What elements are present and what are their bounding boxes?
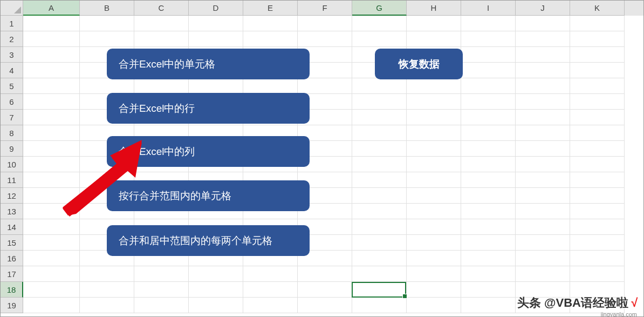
- cell-H12[interactable]: [407, 188, 461, 204]
- cell-A16[interactable]: [23, 251, 80, 266]
- cell-I11[interactable]: [461, 172, 516, 188]
- cell-G13[interactable]: [352, 204, 407, 219]
- cell-D5[interactable]: [189, 78, 243, 94]
- cell-I1[interactable]: [461, 16, 516, 31]
- row-header-7[interactable]: 7: [1, 110, 23, 125]
- cell-J6[interactable]: [516, 94, 570, 110]
- cell-A5[interactable]: [23, 78, 80, 94]
- cell-A15[interactable]: [23, 235, 80, 251]
- cell-B1[interactable]: [80, 16, 134, 31]
- cell-K12[interactable]: [570, 188, 625, 204]
- cell-E18[interactable]: [243, 282, 298, 298]
- cell-I8[interactable]: [461, 125, 516, 141]
- cell-J13[interactable]: [516, 204, 570, 219]
- cell-K2[interactable]: [570, 31, 625, 47]
- cell-E5[interactable]: [243, 78, 298, 94]
- cell-G5[interactable]: [352, 78, 407, 94]
- row-header-17[interactable]: 17: [1, 266, 23, 282]
- row-header-3[interactable]: 3: [1, 47, 23, 63]
- row-header-14[interactable]: 14: [1, 219, 23, 235]
- column-header-G[interactable]: G: [352, 1, 407, 16]
- cell-F1[interactable]: [298, 16, 352, 31]
- cell-G19[interactable]: [352, 298, 407, 313]
- cell-F2[interactable]: [298, 31, 352, 47]
- cell-K14[interactable]: [570, 219, 625, 235]
- cell-H11[interactable]: [407, 172, 461, 188]
- cell-A1[interactable]: [23, 16, 80, 31]
- cell-K10[interactable]: [570, 157, 625, 172]
- cell-H19[interactable]: [407, 298, 461, 313]
- cell-H17[interactable]: [407, 266, 461, 282]
- column-header-D[interactable]: D: [189, 1, 243, 16]
- cell-G10[interactable]: [352, 157, 407, 172]
- cell-A8[interactable]: [23, 125, 80, 141]
- cell-H18[interactable]: [407, 282, 461, 298]
- row-header-2[interactable]: 2: [1, 31, 23, 47]
- cell-I4[interactable]: [461, 63, 516, 78]
- cell-A14[interactable]: [23, 219, 80, 235]
- cell-E1[interactable]: [243, 16, 298, 31]
- cell-I5[interactable]: [461, 78, 516, 94]
- column-header-A[interactable]: A: [23, 1, 80, 16]
- cell-K11[interactable]: [570, 172, 625, 188]
- cell-A7[interactable]: [23, 110, 80, 125]
- cell-G15[interactable]: [352, 235, 407, 251]
- cell-E19[interactable]: [243, 298, 298, 313]
- cell-J16[interactable]: [516, 251, 570, 266]
- cell-H8[interactable]: [407, 125, 461, 141]
- column-header-E[interactable]: E: [243, 1, 298, 16]
- select-all-corner[interactable]: [1, 1, 23, 16]
- cell-K16[interactable]: [570, 251, 625, 266]
- cell-J17[interactable]: [516, 266, 570, 282]
- cell-A13[interactable]: [23, 204, 80, 219]
- column-header-F[interactable]: F: [298, 1, 352, 16]
- cell-K4[interactable]: [570, 63, 625, 78]
- cell-H15[interactable]: [407, 235, 461, 251]
- cell-A9[interactable]: [23, 141, 80, 157]
- cell-J10[interactable]: [516, 157, 570, 172]
- row-header-9[interactable]: 9: [1, 141, 23, 157]
- cell-H9[interactable]: [407, 141, 461, 157]
- column-header-K[interactable]: K: [570, 1, 625, 16]
- cell-I12[interactable]: [461, 188, 516, 204]
- cell-G1[interactable]: [352, 16, 407, 31]
- merge-rows-button[interactable]: 合并Excel中的行: [107, 93, 310, 124]
- cell-I16[interactable]: [461, 251, 516, 266]
- cell-K6[interactable]: [570, 94, 625, 110]
- cell-B5[interactable]: [80, 78, 134, 94]
- cell-I3[interactable]: [461, 47, 516, 63]
- merge-columns-button[interactable]: 合并Excel中的列: [107, 136, 310, 167]
- cell-G11[interactable]: [352, 172, 407, 188]
- row-header-5[interactable]: 5: [1, 78, 23, 94]
- row-header-11[interactable]: 11: [1, 172, 23, 188]
- cell-I6[interactable]: [461, 94, 516, 110]
- cell-H10[interactable]: [407, 157, 461, 172]
- cell-I17[interactable]: [461, 266, 516, 282]
- row-header-15[interactable]: 15: [1, 235, 23, 251]
- cell-I10[interactable]: [461, 157, 516, 172]
- cell-J2[interactable]: [516, 31, 570, 47]
- cell-A12[interactable]: [23, 188, 80, 204]
- cell-J14[interactable]: [516, 219, 570, 235]
- column-header-I[interactable]: I: [461, 1, 516, 16]
- cell-J15[interactable]: [516, 235, 570, 251]
- cell-G8[interactable]: [352, 125, 407, 141]
- cell-F17[interactable]: [298, 266, 352, 282]
- cell-A10[interactable]: [23, 157, 80, 172]
- cell-A4[interactable]: [23, 63, 80, 78]
- merge-cells-button[interactable]: 合并Excel中的单元格: [107, 49, 310, 79]
- cell-A17[interactable]: [23, 266, 80, 282]
- cell-I18[interactable]: [461, 282, 516, 298]
- column-header-B[interactable]: B: [80, 1, 134, 16]
- row-header-4[interactable]: 4: [1, 63, 23, 78]
- row-header-1[interactable]: 1: [1, 16, 23, 31]
- cell-J7[interactable]: [516, 110, 570, 125]
- cell-F19[interactable]: [298, 298, 352, 313]
- cell-A19[interactable]: [23, 298, 80, 313]
- cell-G18[interactable]: [352, 282, 407, 298]
- merge-center-pairs-button[interactable]: 合并和居中范围内的每两个单元格: [107, 225, 310, 256]
- cell-I2[interactable]: [461, 31, 516, 47]
- column-header-H[interactable]: H: [407, 1, 461, 16]
- cell-K17[interactable]: [570, 266, 625, 282]
- cell-G17[interactable]: [352, 266, 407, 282]
